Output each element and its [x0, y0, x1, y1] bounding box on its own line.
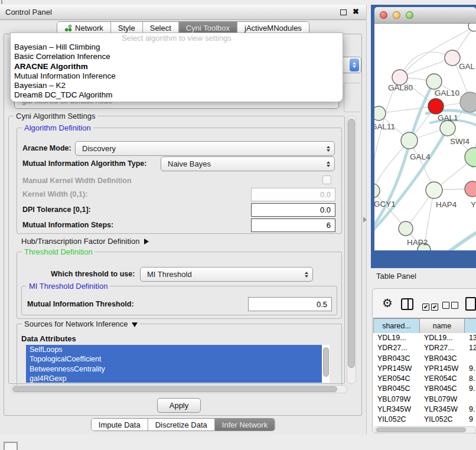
- kernel-width-field[interactable]: 0.0: [251, 188, 335, 201]
- data-attributes-list[interactable]: SelfLoopsTopologicalCoefficientBetweenne…: [26, 345, 330, 383]
- network-node-hap4[interactable]: [426, 182, 442, 198]
- network-node-gal11[interactable]: [374, 106, 386, 120]
- manual-kernel-checkbox[interactable]: [322, 175, 331, 184]
- tab-jactivemnodules[interactable]: jActiveMNodules: [237, 22, 309, 34]
- algorithm-option-basic-correlation-inference[interactable]: Basic Correlation Inference: [11, 52, 343, 61]
- table-cell[interactable]: YBL079W: [373, 394, 420, 405]
- network-node-gcy1[interactable]: [374, 184, 380, 198]
- table-cell[interactable]: YPR145W: [420, 364, 465, 374]
- table-cell[interactable]: YLR345W: [373, 405, 420, 415]
- mi-type-combobox[interactable]: Naive Bayes: [161, 156, 335, 171]
- table-cell[interactable]: 9.: [465, 364, 476, 374]
- table-cell[interactable]: YER054C: [373, 374, 420, 384]
- column-header-a[interactable]: A: [465, 318, 476, 334]
- table-cell[interactable]: YDL19...: [420, 333, 465, 343]
- table-cell[interactable]: YBR043C: [373, 354, 420, 364]
- floating-icon-fragment[interactable]: [4, 442, 18, 450]
- float-window-icon[interactable]: [340, 9, 347, 15]
- network-edge-highlighted[interactable]: [444, 230, 476, 250]
- attribute-item-betweennesscentrality[interactable]: BetweennessCentrality: [26, 364, 322, 374]
- scrollbar-thumb[interactable]: [348, 119, 355, 368]
- network-node-gal[interactable]: [445, 50, 460, 66]
- table-row[interactable]: YLR345WYLR345W9.: [373, 405, 476, 415]
- table-cell[interactable]: YLR345W: [420, 405, 465, 415]
- table-cell[interactable]: YIL052C: [373, 415, 420, 425]
- zoom-traffic-icon[interactable]: [406, 11, 413, 19]
- network-node-gal4[interactable]: [401, 132, 418, 149]
- network-node-hap2[interactable]: [399, 221, 413, 236]
- table-cell[interactable]: 9.: [465, 405, 476, 415]
- column-header-name[interactable]: name: [420, 318, 465, 334]
- algorithm-option-dream8-dc-tdc-algorithm[interactable]: Dream8 DC_TDC Algorithm: [11, 90, 343, 100]
- table-cell[interactable]: YBL079W: [420, 394, 465, 405]
- table-row[interactable]: YDR27...YDR27...12: [373, 343, 476, 353]
- table-cell[interactable]: YBR045C: [373, 384, 420, 394]
- network-node[interactable]: [460, 92, 476, 112]
- settings-scrollbar[interactable]: [347, 116, 356, 384]
- table-cell[interactable]: YBR045C: [420, 384, 465, 394]
- panel-splitter-arrow[interactable]: [363, 217, 367, 223]
- tab-impute-data[interactable]: Impute Data: [92, 419, 148, 431]
- tab-infer-network[interactable]: Infer Network: [214, 419, 275, 431]
- sources-collapser[interactable]: Sources for Network Inference: [22, 319, 140, 328]
- table-cell[interactable]: 9: [465, 415, 476, 425]
- hub-definition-expander[interactable]: Hub/Transcription Factor Definition: [21, 237, 149, 246]
- attribute-item-selfloops[interactable]: SelfLoops: [26, 345, 322, 354]
- table-row[interactable]: YBR045CYBR045C9.: [373, 384, 476, 394]
- table-cell[interactable]: YDR27...: [420, 343, 465, 353]
- table-cell[interactable]: 8.: [465, 374, 476, 384]
- tab-style[interactable]: Style: [110, 22, 142, 34]
- deselect-all-checkboxes-icon[interactable]: [442, 301, 460, 311]
- table-cell[interactable]: YBR043C: [420, 354, 465, 364]
- settings-hscrollbar[interactable]: [11, 385, 347, 393]
- table-row[interactable]: YPR145WYPR145W9.: [373, 364, 476, 374]
- select-all-checkboxes-icon[interactable]: ✔✔: [422, 301, 440, 311]
- network-node-gal1[interactable]: [428, 99, 444, 114]
- algorithm-option-mutual-information-inference[interactable]: Mutual Information Inference: [11, 71, 343, 81]
- table-row[interactable]: YBR043CYBR043C: [373, 354, 476, 364]
- table-cell[interactable]: [465, 394, 476, 405]
- column-header-shared-[interactable]: shared...: [373, 318, 420, 334]
- scrollbar-thumb[interactable]: [376, 428, 466, 432]
- table-cell[interactable]: YDL19...: [373, 333, 420, 343]
- network-node[interactable]: [468, 24, 476, 31]
- table-cell[interactable]: 13: [465, 333, 476, 343]
- table-cell[interactable]: 12: [465, 343, 476, 353]
- tab-discretize-data[interactable]: Discretize Data: [148, 419, 214, 431]
- tab-network[interactable]: Network: [57, 22, 110, 34]
- network-node-gal10[interactable]: [426, 74, 442, 89]
- attribute-item-gal4rgexp[interactable]: gal4RGexp: [26, 374, 322, 383]
- dpi-tolerance-field[interactable]: 0.0: [251, 203, 335, 217]
- network-canvas[interactable]: GALGAL80GAL10GAL1GAL11SWI4GAL4GCY1HAP4YH…: [374, 24, 476, 250]
- mi-threshold-field[interactable]: 0.5: [248, 297, 332, 311]
- close-traffic-icon[interactable]: [380, 11, 387, 19]
- mi-steps-field[interactable]: 6: [251, 219, 335, 232]
- table-row[interactable]: YDL19...YDL19...13: [373, 333, 476, 343]
- network-edge[interactable]: [400, 58, 452, 77]
- apply-button[interactable]: Apply: [157, 398, 201, 413]
- algorithm-option-aracne-algorithm[interactable]: ARACNE Algorithm: [11, 62, 343, 71]
- gear-icon[interactable]: ⚙: [382, 297, 393, 309]
- table-cell[interactable]: [465, 354, 476, 364]
- table-cell[interactable]: 9.: [465, 384, 476, 394]
- table-row[interactable]: YIL052CYIL052C9: [373, 415, 476, 425]
- aracne-mode-combobox[interactable]: Discovery: [75, 141, 335, 156]
- scrollbar-thumb[interactable]: [12, 386, 337, 392]
- algorithm-option-bayesian-k2[interactable]: Bayesian – K2: [11, 81, 343, 90]
- network-node[interactable]: [440, 120, 455, 136]
- new-page-icon[interactable]: [465, 297, 476, 311]
- attribute-item-topologicalcoefficient[interactable]: TopologicalCoefficient: [26, 354, 322, 364]
- network-edge[interactable]: [400, 52, 452, 77]
- table-cell[interactable]: YPR145W: [373, 364, 420, 374]
- which-threshold-combobox[interactable]: MI Threshold: [140, 267, 313, 282]
- network-node-y[interactable]: [465, 181, 476, 197]
- focused-combobox-fragment[interactable]: [341, 57, 361, 73]
- tab-cyni-toolbox[interactable]: Cyni Toolbox: [178, 22, 237, 34]
- close-panel-icon[interactable]: ✖: [353, 7, 359, 16]
- table-cell[interactable]: YIL052C: [420, 415, 465, 425]
- algorithm-option-bayesian-hill-climbing[interactable]: Bayesian – Hill Climbing: [11, 43, 343, 52]
- table-cell[interactable]: YER054C: [420, 374, 465, 384]
- list-scrollbar-thumb[interactable]: [323, 347, 329, 377]
- table-cell[interactable]: YDR27...: [373, 343, 420, 353]
- table-row[interactable]: YER054CYER054C8.: [373, 374, 476, 384]
